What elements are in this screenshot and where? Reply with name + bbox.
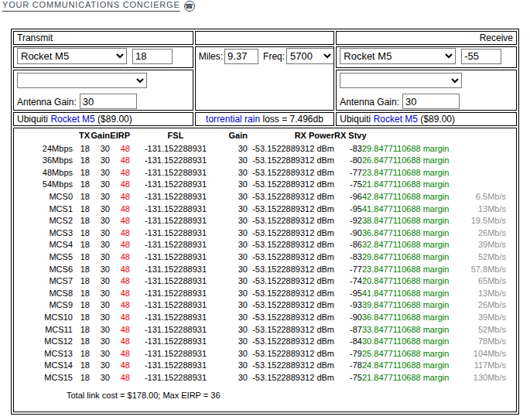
- margin-cell: 39.8477110688 margin: [362, 299, 469, 312]
- rx-power-cell: -53.1522889312 dBm: [248, 263, 334, 275]
- gain2-cell: 30: [221, 335, 248, 347]
- gain-cell: 30: [90, 227, 110, 239]
- margin-cell: 21.8477110688 margin: [362, 179, 469, 191]
- rx-stvy-cell: -79: [334, 347, 362, 360]
- gain-cell: 30: [90, 323, 110, 336]
- rx-stvy-cell: -78: [334, 359, 362, 371]
- result-row: MCS12183048-131.15228893130-53.152288931…: [28, 335, 506, 347]
- middle-top-cell: [195, 31, 335, 45]
- gain2-cell: 30: [221, 142, 248, 155]
- eirp-cell: 48: [110, 142, 130, 155]
- speed-cell: 39Mb/s: [469, 311, 506, 323]
- speed-cell: [469, 166, 506, 179]
- rate-cell: MCS2: [28, 214, 73, 227]
- result-row: MCS4183048-131.15228893130-53.1522889312…: [28, 239, 506, 251]
- rain-type-link[interactable]: torrential rain: [206, 114, 260, 125]
- rx-stvy-cell: -84: [334, 335, 362, 347]
- freq-label: Freq:: [263, 51, 285, 62]
- tx-cell: 18: [73, 311, 90, 323]
- rx-power-cell: -53.1522889312 dBm: [248, 166, 334, 179]
- gain2-cell: 30: [221, 323, 248, 336]
- gain2-cell: 30: [221, 299, 248, 312]
- eirp-cell: 48: [110, 347, 130, 360]
- speed-cell: 65Mb/s: [469, 275, 506, 287]
- margin-cell: 36.8477110688 margin: [362, 311, 469, 323]
- gain-cell: 30: [90, 154, 110, 166]
- rx-power-cell: -53.1522889312 dBm: [248, 239, 334, 251]
- rx-power-cell: -53.1522889312 dBm: [248, 190, 334, 203]
- transmit-antenna-gain-input[interactable]: [80, 94, 137, 109]
- result-row: MCS0183048-131.15228893130-53.1522889312…: [28, 190, 506, 203]
- receive-radio-select[interactable]: Rocket M5: [340, 48, 456, 64]
- speed-cell: 19.5Mb/s: [469, 214, 506, 227]
- tx-cell: 18: [73, 203, 90, 215]
- gain-cell: 30: [90, 371, 110, 384]
- rx-stvy-cell: -86: [334, 239, 362, 251]
- rx-power-cell: -53.1522889312 dBm: [248, 154, 334, 166]
- transmit-product: Ubiquiti Rocket M5 ($89.00): [13, 112, 193, 126]
- miles-input[interactable]: [224, 49, 258, 64]
- rx-stvy-header: RX Stvy: [334, 129, 506, 142]
- rate-cell: MCS7: [28, 275, 73, 287]
- transmit-product-link[interactable]: Rocket M5: [50, 114, 94, 125]
- results-panel: TX Gain EIRP FSL Gain RX Power RX Stvy 2…: [13, 128, 517, 412]
- speed-cell: 6.5Mb/s: [469, 190, 506, 203]
- gain-cell: 30: [90, 299, 110, 312]
- gain2-cell: 30: [221, 275, 248, 287]
- rx-power-cell: -53.1522889312 dBm: [248, 323, 334, 336]
- margin-cell: 42.8477110688 margin: [362, 190, 469, 203]
- tx-cell: 18: [73, 287, 90, 299]
- rx-stvy-cell: -90: [334, 311, 362, 323]
- rx-power-cell: -53.1522889312 dBm: [248, 214, 334, 227]
- eirp-cell: 48: [110, 166, 130, 179]
- receive-product-link[interactable]: Rocket M5: [374, 114, 418, 125]
- fsl-cell: -131.152288931: [130, 275, 221, 287]
- rx-stvy-cell: -80: [334, 154, 362, 166]
- speed-cell: 52Mb/s: [469, 323, 506, 336]
- eirp-cell: 48: [110, 154, 130, 166]
- transmit-product-brand: Ubiquiti: [17, 114, 48, 125]
- fsl-cell: -131.152288931: [130, 263, 221, 275]
- margin-cell: 20.8477110688 margin: [362, 275, 469, 287]
- link-params-cell: Miles:Freq:5700: [195, 46, 335, 111]
- result-row: MCS11183048-131.15228893130-53.152288931…: [28, 323, 506, 336]
- margin-cell: 41.8477110688 margin: [362, 287, 469, 299]
- gain2-cell: 30: [221, 347, 248, 360]
- gain-cell: 30: [90, 359, 110, 371]
- gain-cell: 30: [90, 190, 110, 203]
- fsl-cell: -131.152288931: [130, 251, 221, 263]
- rx-stvy-cell: -95: [334, 287, 362, 299]
- transmit-radio-select[interactable]: Rocket M5: [17, 48, 127, 64]
- tx-cell: 18: [73, 347, 90, 360]
- eirp-cell: 48: [110, 251, 130, 263]
- margin-cell: 32.8477110688 margin: [362, 239, 469, 251]
- speed-cell: 130Mb/s: [469, 371, 506, 384]
- eirp-cell: 48: [110, 214, 130, 227]
- rate-cell: MCS8: [28, 287, 73, 299]
- rain-loss-text: loss = 7.496db: [262, 114, 323, 125]
- margin-cell: 29.8477110688 margin: [362, 251, 469, 263]
- receive-product-price: ($89.00): [420, 114, 455, 125]
- fsl-cell: -131.152288931: [130, 371, 221, 384]
- receive-power-input[interactable]: [461, 49, 501, 64]
- tx-cell: 18: [73, 299, 90, 312]
- speed-cell: [469, 179, 506, 191]
- margin-cell: 25.8477110688 margin: [362, 347, 469, 360]
- rate-header: [28, 129, 73, 142]
- freq-select[interactable]: 5700: [286, 48, 334, 64]
- speed-cell: [469, 142, 506, 155]
- miles-label: Miles:: [199, 51, 223, 62]
- margin-cell: 29.8477110688 margin: [362, 142, 469, 155]
- gain2-cell: 30: [221, 227, 248, 239]
- speed-cell: 39Mb/s: [469, 239, 506, 251]
- transmit-antenna-select[interactable]: [17, 73, 147, 88]
- transmit-power-input[interactable]: [132, 49, 173, 64]
- receive-antenna-gain-input[interactable]: [402, 94, 460, 109]
- result-row: MCS1183048-131.15228893130-53.1522889312…: [28, 203, 506, 215]
- tagline-text: YOUR COMMUNICATIONS CONCIERGE: [2, 0, 180, 12]
- rate-cell: 36Mbps: [28, 154, 73, 166]
- tx-cell: 18: [73, 142, 90, 155]
- receive-antenna-select[interactable]: [340, 73, 462, 88]
- tx-cell: 18: [73, 214, 90, 227]
- rate-cell: MCS6: [28, 263, 73, 275]
